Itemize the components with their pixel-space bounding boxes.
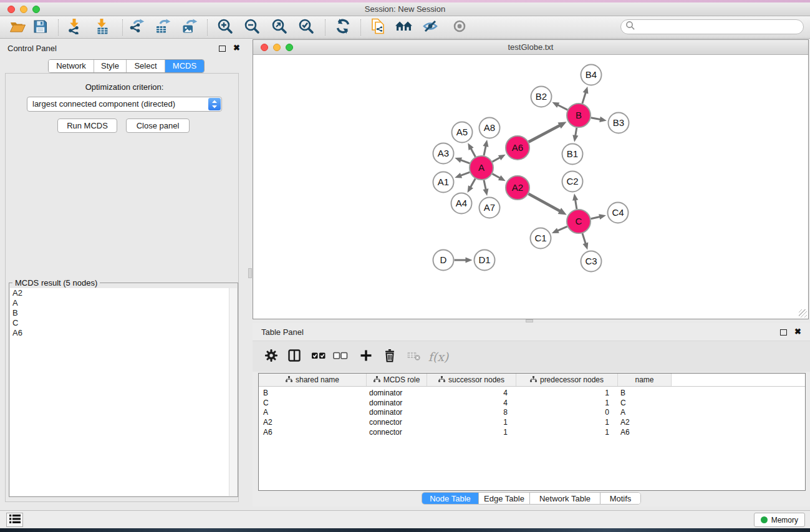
tab-style[interactable]: Style bbox=[94, 60, 127, 72]
table-float-icon[interactable] bbox=[780, 329, 787, 336]
table-row[interactable]: Adominator80A bbox=[259, 408, 805, 418]
table-close-icon[interactable]: ✖ bbox=[794, 327, 801, 336]
cell-name[interactable]: A2 bbox=[620, 418, 630, 428]
export-table-button[interactable] bbox=[152, 17, 173, 37]
edge-A-A1[interactable] bbox=[460, 172, 470, 176]
mcds-result-list[interactable]: A2ABCA6 bbox=[10, 288, 237, 496]
cell-MCDS-role[interactable]: dominator bbox=[369, 408, 402, 418]
tab-motifs[interactable]: Motifs bbox=[600, 493, 640, 504]
zoom-out-button[interactable] bbox=[241, 17, 263, 37]
zoom-in-button[interactable] bbox=[215, 17, 236, 37]
table-row[interactable]: Cdominator41C bbox=[259, 399, 805, 409]
save-button[interactable] bbox=[29, 17, 51, 37]
edge-C-C4[interactable] bbox=[591, 216, 601, 218]
edge-C-C1[interactable] bbox=[557, 226, 567, 231]
search-input[interactable] bbox=[638, 21, 803, 33]
zoom-fit-button[interactable] bbox=[269, 17, 290, 37]
cell-shared-name[interactable]: C bbox=[263, 399, 269, 409]
cell-successor-nodes[interactable]: 1 bbox=[427, 428, 508, 438]
column-header-successor-nodes[interactable]: successor nodes bbox=[427, 374, 516, 386]
criterion-dropdown[interactable]: largest connected component (directed) bbox=[27, 97, 222, 112]
result-scrollbar[interactable] bbox=[229, 288, 237, 496]
column-header-predecessor-nodes[interactable]: predecessor nodes bbox=[516, 374, 618, 386]
result-item[interactable]: A bbox=[10, 298, 237, 308]
result-item[interactable]: B bbox=[10, 308, 237, 318]
column-header-shared-name[interactable]: shared name bbox=[259, 374, 367, 386]
network-window-titlebar[interactable]: testGlobe.txt bbox=[253, 40, 808, 55]
cell-predecessor-nodes[interactable]: 1 bbox=[516, 399, 609, 409]
cell-successor-nodes[interactable]: 4 bbox=[427, 399, 508, 409]
edge-A-A2[interactable] bbox=[493, 174, 501, 178]
search-field[interactable] bbox=[620, 19, 804, 34]
tab-edge-table[interactable]: Edge Table bbox=[479, 493, 530, 504]
resize-grip-icon[interactable] bbox=[799, 309, 807, 317]
cell-predecessor-nodes[interactable]: 1 bbox=[516, 428, 609, 438]
edge-A-A5[interactable] bbox=[471, 148, 476, 157]
edge-A-A8[interactable] bbox=[484, 145, 486, 155]
hide-details-button[interactable] bbox=[420, 17, 441, 37]
cell-MCDS-role[interactable]: connector bbox=[369, 428, 402, 438]
column-header-name[interactable]: name bbox=[618, 374, 672, 386]
cell-MCDS-role[interactable]: dominator bbox=[369, 389, 402, 399]
delete-row-button[interactable] bbox=[378, 346, 401, 367]
split-columns-button[interactable] bbox=[283, 346, 306, 367]
edge-A-A6[interactable] bbox=[493, 157, 501, 162]
memory-button[interactable]: Memory bbox=[754, 513, 805, 527]
gear-button[interactable] bbox=[260, 346, 282, 367]
open-button[interactable] bbox=[7, 17, 28, 37]
tab-select[interactable]: Select bbox=[127, 60, 165, 72]
column-header-MCDS-role[interactable]: MCDS role bbox=[367, 374, 427, 386]
cell-successor-nodes[interactable]: 4 bbox=[427, 389, 508, 399]
cell-name[interactable]: A bbox=[620, 408, 625, 418]
network-canvas[interactable]: AA1A2A3A4A5A6A7A8BB1B2B3B4CC1C2C3C4DD1 bbox=[253, 55, 808, 319]
cell-predecessor-nodes[interactable]: 1 bbox=[516, 389, 609, 399]
edge-B-B4[interactable] bbox=[582, 92, 586, 104]
run-mcds-button[interactable]: Run MCDS bbox=[57, 118, 117, 133]
result-item[interactable]: A2 bbox=[10, 288, 237, 298]
new-network-button[interactable] bbox=[367, 17, 388, 37]
import-table-button[interactable] bbox=[92, 17, 113, 37]
tab-network[interactable]: Network bbox=[49, 60, 94, 72]
cell-predecessor-nodes[interactable]: 0 bbox=[516, 408, 609, 418]
cell-predecessor-nodes[interactable]: 1 bbox=[516, 418, 609, 428]
cell-shared-name[interactable]: A bbox=[263, 408, 268, 418]
cell-name[interactable]: A6 bbox=[620, 428, 630, 438]
zoom-selected-button[interactable] bbox=[296, 17, 317, 37]
cell-MCDS-role[interactable]: dominator bbox=[369, 399, 402, 409]
tab-mcds[interactable]: MCDS bbox=[165, 60, 204, 72]
cell-name[interactable]: C bbox=[620, 399, 626, 409]
table-row[interactable]: A2connector11A2 bbox=[259, 418, 805, 428]
task-history-button[interactable] bbox=[6, 513, 23, 527]
table-row[interactable]: A6connector11A6 bbox=[259, 428, 805, 438]
edge-C-C3[interactable] bbox=[582, 233, 586, 244]
edge-B-B1[interactable] bbox=[576, 128, 577, 137]
tab-node-table[interactable]: Node Table bbox=[422, 493, 479, 504]
result-item[interactable]: A6 bbox=[10, 328, 237, 338]
table-row[interactable]: Bdominator41B bbox=[259, 389, 805, 399]
import-network-button[interactable] bbox=[64, 17, 85, 37]
edge-A6-B[interactable] bbox=[529, 125, 561, 142]
export-network-button[interactable] bbox=[126, 17, 147, 37]
home-button[interactable] bbox=[393, 17, 415, 37]
horizontal-divider-handle[interactable] bbox=[526, 319, 533, 322]
cell-successor-nodes[interactable]: 1 bbox=[427, 418, 508, 428]
uncheck-all-button[interactable] bbox=[329, 346, 352, 367]
export-image-button[interactable] bbox=[179, 17, 200, 37]
edge-A2-C[interactable] bbox=[529, 194, 561, 211]
tab-network-table[interactable]: Network Table bbox=[530, 493, 600, 504]
result-item[interactable]: C bbox=[10, 318, 237, 328]
add-row-button[interactable] bbox=[355, 346, 377, 367]
show-details-button[interactable] bbox=[449, 17, 470, 37]
cell-MCDS-role[interactable]: connector bbox=[369, 418, 402, 428]
vertical-divider-handle[interactable] bbox=[248, 268, 252, 278]
check-all-button[interactable] bbox=[307, 346, 330, 367]
cell-successor-nodes[interactable]: 8 bbox=[427, 408, 508, 418]
float-panel-icon[interactable] bbox=[219, 46, 226, 52]
close-panel-button[interactable]: Close panel bbox=[126, 118, 190, 133]
cell-name[interactable]: B bbox=[620, 389, 625, 399]
edge-B-B3[interactable] bbox=[591, 118, 601, 120]
edge-A-A7[interactable] bbox=[484, 180, 486, 190]
edge-C-C2[interactable] bbox=[575, 199, 577, 209]
edge-A-A4[interactable] bbox=[470, 178, 475, 188]
edge-A-A3[interactable] bbox=[460, 160, 470, 163]
